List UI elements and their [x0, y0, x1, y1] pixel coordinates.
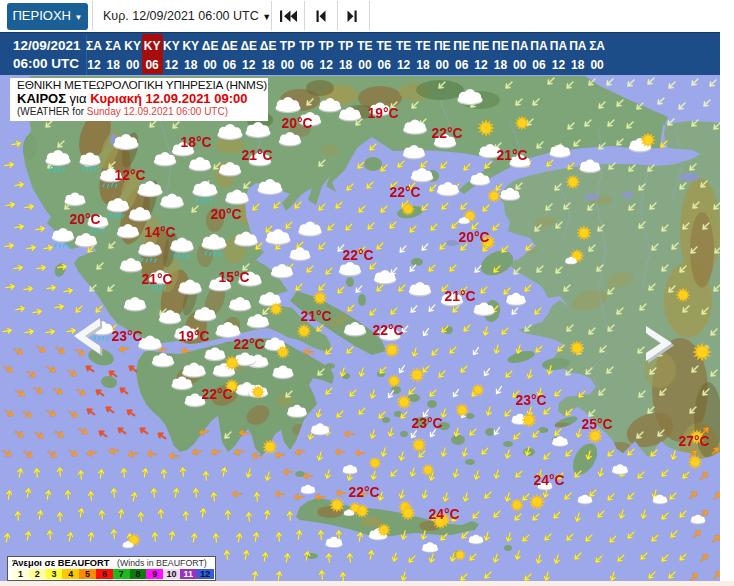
- svg-text:12°C: 12°C: [115, 168, 146, 183]
- svg-text:22°C: 22°C: [373, 323, 404, 338]
- svg-text:24°C: 24°C: [429, 507, 460, 522]
- svg-text:22°C: 22°C: [343, 248, 374, 263]
- svg-text:21°C: 21°C: [445, 289, 476, 304]
- svg-text:22°C: 22°C: [432, 126, 463, 141]
- svg-text:14°C: 14°C: [145, 225, 176, 240]
- svg-text:22°C: 22°C: [202, 387, 233, 402]
- svg-text:21°C: 21°C: [242, 148, 273, 163]
- svg-text:20°C: 20°C: [211, 207, 242, 222]
- svg-text:18°C: 18°C: [181, 135, 212, 150]
- svg-text:23°C: 23°C: [412, 416, 443, 431]
- svg-text:21°C: 21°C: [301, 309, 332, 324]
- svg-text:23°C: 23°C: [516, 393, 547, 408]
- svg-text:19°C: 19°C: [368, 106, 399, 121]
- svg-text:22°C: 22°C: [349, 485, 380, 500]
- svg-text:20°C: 20°C: [459, 230, 490, 245]
- svg-text:20°C: 20°C: [70, 212, 101, 227]
- svg-text:20°C: 20°C: [282, 116, 313, 131]
- svg-text:15°C: 15°C: [219, 270, 250, 285]
- svg-text:25°C: 25°C: [582, 417, 613, 432]
- svg-text:21°C: 21°C: [497, 148, 528, 163]
- svg-text:22°C: 22°C: [390, 185, 421, 200]
- svg-text:23°C: 23°C: [112, 329, 143, 344]
- svg-text:22°C: 22°C: [234, 337, 265, 352]
- svg-text:24°C: 24°C: [534, 473, 565, 488]
- svg-text:21°C: 21°C: [142, 272, 173, 287]
- svg-text:27°C: 27°C: [679, 434, 710, 449]
- svg-text:19°C: 19°C: [179, 329, 210, 344]
